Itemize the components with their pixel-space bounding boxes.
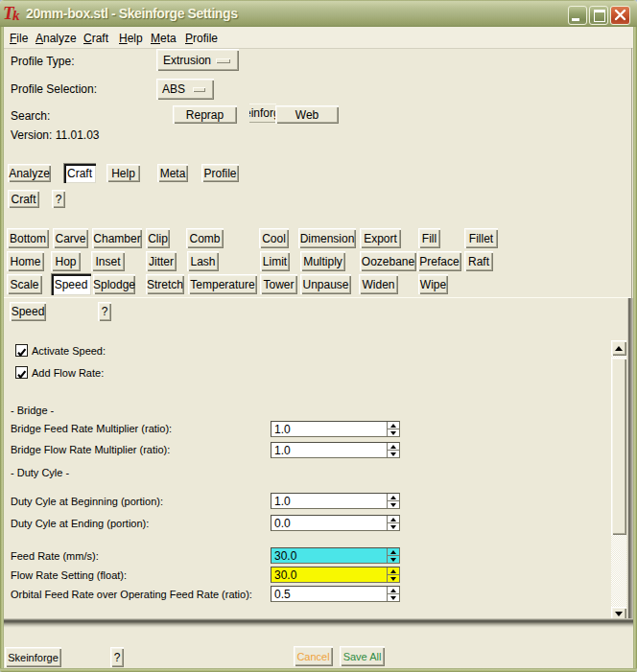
svg-text:k: k [12, 8, 20, 23]
